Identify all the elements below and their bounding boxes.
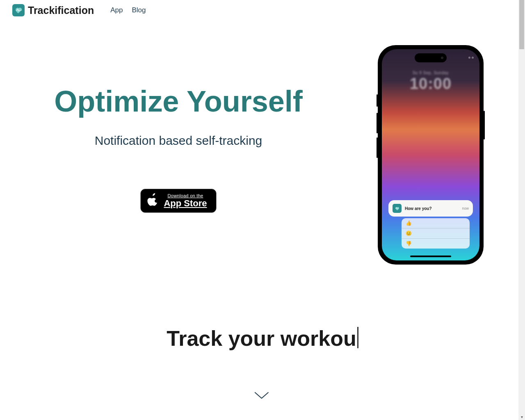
notification-app-icon — [393, 204, 402, 213]
hero-copy: Optimize Yourself Notification based sel… — [16, 45, 340, 265]
dynamic-island-icon — [415, 53, 447, 62]
brand[interactable]: Trackification — [12, 4, 94, 16]
brand-logo-icon — [12, 4, 25, 16]
status-indicators-icon — [468, 57, 474, 59]
hero-phone: Su 9 Sep, Sunday 10:00 How are you? now … — [353, 45, 509, 265]
option-negative: 👎 — [402, 239, 470, 249]
notification-card: How are you? now — [388, 200, 473, 217]
scroll-hint-chevron-icon[interactable] — [254, 392, 269, 402]
home-indicator-icon — [410, 256, 451, 257]
notification-text: How are you? — [405, 206, 459, 211]
appstore-text: Download on the App Store — [164, 193, 207, 208]
apple-logo-icon — [147, 193, 159, 208]
track-prefix: Track your — [167, 326, 280, 350]
option-positive: 👍 — [402, 218, 470, 228]
option-neutral: 😐 — [402, 228, 470, 239]
lock-clock: 10:00 — [382, 75, 479, 93]
lock-date: Su 9 Sep, Sunday — [382, 71, 479, 75]
phone-button-icon — [377, 94, 378, 107]
phone-button-icon — [377, 113, 378, 133]
phone-button-icon — [377, 137, 378, 158]
phone-mockup: Su 9 Sep, Sunday 10:00 How are you? now … — [378, 45, 484, 265]
notification-options: 👍 😐 👎 — [402, 218, 470, 249]
brand-name: Trackification — [28, 5, 94, 16]
phone-screen: Su 9 Sep, Sunday 10:00 How are you? now … — [382, 49, 479, 260]
lock-screen-time: Su 9 Sep, Sunday 10:00 — [382, 71, 479, 93]
notification-time: now — [462, 206, 469, 210]
hero-title: Optimize Yourself — [16, 86, 340, 117]
appstore-small: Download on the — [164, 193, 207, 198]
nav-blog[interactable]: Blog — [132, 6, 146, 14]
site-header: Trackification App Blog — [0, 0, 525, 21]
appstore-big: App Store — [164, 199, 207, 208]
hero-section: Optimize Yourself Notification based sel… — [0, 21, 525, 265]
hero-subtitle: Notification based self-tracking — [16, 134, 340, 148]
typing-cursor-icon — [357, 327, 358, 348]
top-nav: App Blog — [110, 6, 146, 14]
phone-button-icon — [484, 111, 485, 139]
appstore-button[interactable]: Download on the App Store — [140, 189, 216, 213]
nav-app[interactable]: App — [110, 6, 123, 14]
track-typed: workou — [281, 326, 356, 350]
page-scrollbar[interactable]: ▴ ▾ — [518, 0, 525, 420]
scrollbar-thumb[interactable] — [519, 0, 524, 49]
scroll-down-arrow-icon[interactable]: ▾ — [518, 413, 525, 420]
track-typing-heading: Track your workou — [0, 326, 525, 351]
